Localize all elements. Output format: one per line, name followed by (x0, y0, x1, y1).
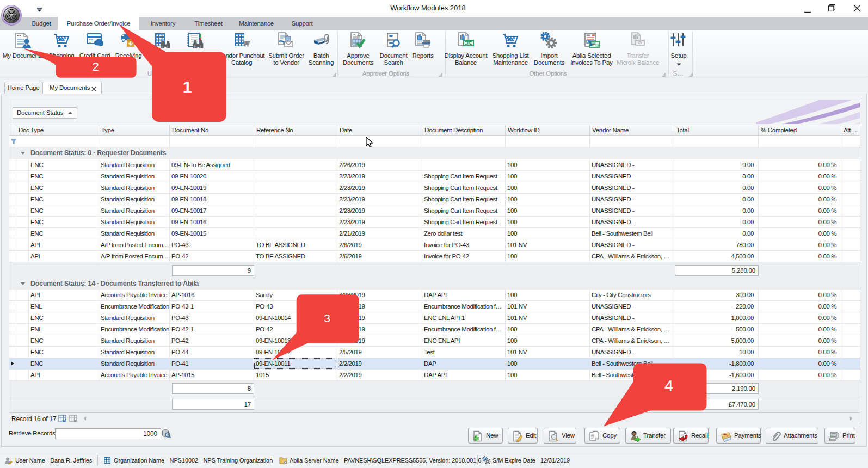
svg-text:3: 3 (324, 312, 330, 324)
svg-text:2: 2 (92, 60, 99, 73)
svg-text:1: 1 (183, 78, 192, 96)
svg-text:4: 4 (664, 377, 673, 395)
